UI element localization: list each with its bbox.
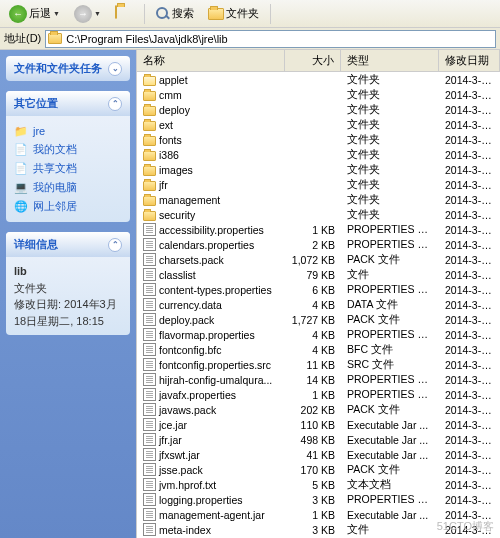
col-date[interactable]: 修改日期 (439, 50, 500, 71)
file-date: 2014-3-18 18:15 (439, 314, 500, 326)
address-label: 地址(D) (4, 31, 41, 46)
chevron-up-icon: ⌃ (108, 238, 122, 252)
file-name: classlist (159, 269, 196, 281)
file-date: 2014-3-18 18:15 (439, 239, 500, 251)
file-row[interactable]: i386文件夹2014-3-18 18:15 (137, 147, 500, 162)
tasks-panel: 文件和文件夹任务 ⌄ (6, 56, 130, 81)
file-row[interactable]: management文件夹2014-3-18 18:15 (137, 192, 500, 207)
file-row[interactable]: calendars.properties2 KBPROPERTIES 文件201… (137, 237, 500, 252)
file-row[interactable]: deploy文件夹2014-3-18 18:15 (137, 102, 500, 117)
file-date: 2014-3-18 18:15 (439, 134, 500, 146)
file-date: 2014-3-18 18:15 (439, 449, 500, 461)
file-date: 2014-3-18 18:15 (439, 164, 500, 176)
file-date: 2014-3-18 18:15 (439, 509, 500, 521)
forward-button[interactable]: → ▼ (69, 2, 106, 26)
separator (144, 4, 145, 24)
forward-icon: → (74, 5, 92, 23)
address-input[interactable]: C:\Program Files\Java\jdk8\jre\lib (45, 30, 496, 48)
file-name: fontconfig.bfc (159, 344, 221, 356)
file-icon (143, 253, 156, 266)
file-row[interactable]: jce.jar110 KBExecutable Jar ...2014-3-18… (137, 417, 500, 432)
chevron-up-icon: ⌃ (108, 97, 122, 111)
folder-icon (143, 106, 156, 116)
file-name: ext (159, 119, 173, 131)
file-icon (143, 298, 156, 311)
file-row[interactable]: meta-index3 KB文件2014-3-18 18:15 (137, 522, 500, 537)
file-icon (143, 238, 156, 251)
file-row[interactable]: fontconfig.bfc4 KBBFC 文件2014-3-18 18:15 (137, 342, 500, 357)
file-row[interactable]: fontconfig.properties.src11 KBSRC 文件2014… (137, 357, 500, 372)
file-row[interactable]: deploy.pack1,727 KBPACK 文件2014-3-18 18:1… (137, 312, 500, 327)
folder-icon (143, 211, 156, 221)
file-size: 6 KB (285, 284, 341, 296)
file-row[interactable]: ext文件夹2014-3-18 18:15 (137, 117, 500, 132)
file-row[interactable]: javafx.properties1 KBPROPERTIES 文件2014-3… (137, 387, 500, 402)
folder-icon (143, 136, 156, 146)
folders-button[interactable]: 文件夹 (203, 3, 264, 24)
file-date: 2014-3-18 18:15 (439, 524, 500, 536)
place-label: 共享文档 (33, 161, 77, 176)
place-label: 网上邻居 (33, 199, 77, 214)
file-row[interactable]: flavormap.properties4 KBPROPERTIES 文件201… (137, 327, 500, 342)
col-size[interactable]: 大小 (285, 50, 341, 71)
file-row[interactable]: cmm文件夹2014-3-18 18:15 (137, 87, 500, 102)
sidebar-place-item[interactable]: 📄我的文档 (14, 140, 122, 159)
file-name: deploy.pack (159, 314, 214, 326)
file-name: cmm (159, 89, 182, 101)
file-row[interactable]: jfr.jar498 KBExecutable Jar ...2014-3-18… (137, 432, 500, 447)
details-modified: 修改日期: 2014年3月18日星期二, 18:15 (14, 298, 117, 327)
file-row[interactable]: images文件夹2014-3-18 18:15 (137, 162, 500, 177)
file-row[interactable]: charsets.pack1,072 KBPACK 文件2014-3-18 18… (137, 252, 500, 267)
col-type[interactable]: 类型 (341, 50, 439, 71)
details-header[interactable]: 详细信息 ⌃ (6, 232, 130, 257)
file-row[interactable]: accessibility.properties1 KBPROPERTIES 文… (137, 222, 500, 237)
file-row[interactable]: applet文件夹2014-3-18 18:15 (137, 72, 500, 87)
file-row[interactable]: security文件夹2014-3-18 18:15 (137, 207, 500, 222)
file-row[interactable]: management-agent.jar1 KBExecutable Jar .… (137, 507, 500, 522)
sidebar-place-item[interactable]: 📁jre (14, 122, 122, 140)
places-header[interactable]: 其它位置 ⌃ (6, 91, 130, 116)
tasks-title: 文件和文件夹任务 (14, 61, 102, 76)
file-row[interactable]: fonts文件夹2014-3-18 18:15 (137, 132, 500, 147)
folder-icon (143, 91, 156, 101)
file-row[interactable]: content-types.properties6 KBPROPERTIES 文… (137, 282, 500, 297)
search-button[interactable]: 搜索 (151, 3, 199, 24)
file-type: 文件夹 (341, 148, 439, 162)
file-row[interactable]: classlist79 KB文件2014-3-18 18:15 (137, 267, 500, 282)
tasks-header[interactable]: 文件和文件夹任务 ⌄ (6, 56, 130, 81)
up-button[interactable] (110, 3, 138, 25)
file-row[interactable]: logging.properties3 KBPROPERTIES 文件2014-… (137, 492, 500, 507)
file-date: 2014-3-18 18:15 (439, 149, 500, 161)
file-icon (143, 328, 156, 341)
file-icon (143, 223, 156, 236)
file-date: 2014-3-18 18:15 (439, 344, 500, 356)
file-type: 文件夹 (341, 103, 439, 117)
file-row[interactable]: jfr文件夹2014-3-18 18:15 (137, 177, 500, 192)
file-row[interactable]: jsse.pack170 KBPACK 文件2014-3-18 18:15 (137, 462, 500, 477)
back-button[interactable]: ← 后退 ▼ (4, 2, 65, 26)
file-icon (143, 433, 156, 446)
sidebar-place-item[interactable]: 📄共享文档 (14, 159, 122, 178)
file-date: 2014-3-18 18:15 (439, 434, 500, 446)
file-row[interactable]: jfxswt.jar41 KBExecutable Jar ...2014-3-… (137, 447, 500, 462)
details-title: 详细信息 (14, 237, 58, 252)
file-name: i386 (159, 149, 179, 161)
file-name: fontconfig.properties.src (159, 359, 271, 371)
sidebar-place-item[interactable]: 💻我的电脑 (14, 178, 122, 197)
file-row[interactable]: hijrah-config-umalqura...14 KBPROPERTIES… (137, 372, 500, 387)
file-type: Executable Jar ... (341, 509, 439, 521)
file-list[interactable]: 名称 大小 类型 修改日期 applet文件夹2014-3-18 18:15cm… (136, 50, 500, 538)
file-row[interactable]: jvm.hprof.txt5 KB文本文档2014-3-18 18:15 (137, 477, 500, 492)
file-row[interactable]: javaws.pack202 KBPACK 文件2014-3-18 18:15 (137, 402, 500, 417)
computer-icon: 💻 (14, 181, 28, 195)
folder-icon (143, 196, 156, 206)
file-type: PACK 文件 (341, 463, 439, 477)
file-date: 2014-3-18 18:15 (439, 224, 500, 236)
sidebar-place-item[interactable]: 🌐网上邻居 (14, 197, 122, 216)
chevron-down-icon: ▼ (94, 10, 101, 17)
place-label: 我的电脑 (33, 180, 77, 195)
file-type: 文件夹 (341, 73, 439, 87)
file-name: currency.data (159, 299, 222, 311)
file-row[interactable]: currency.data4 KBDATA 文件2014-3-18 18:15 (137, 297, 500, 312)
col-name[interactable]: 名称 (137, 50, 285, 71)
